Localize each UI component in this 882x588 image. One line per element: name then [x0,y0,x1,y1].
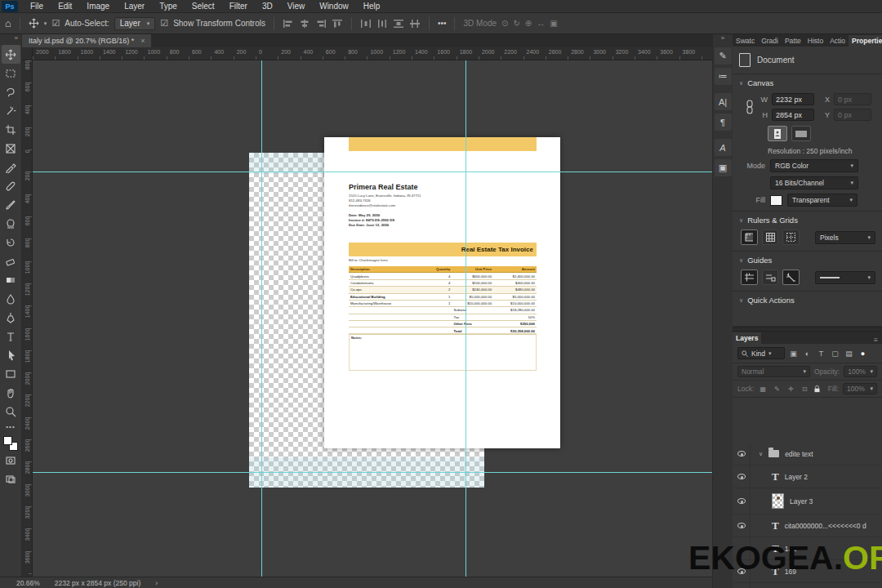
move-tool-preset-icon[interactable] [29,18,39,29]
tab-properties[interactable]: Properties [849,35,882,47]
portrait-orientation-button[interactable] [768,126,787,141]
visibility-toggle[interactable] [733,488,751,514]
ruler-units-select[interactable]: Pixels▾ [815,231,875,244]
filter-shape-layers-icon[interactable]: ▢ [830,350,840,358]
brushes-icon[interactable]: ≔ [715,68,732,85]
fill-swatch[interactable] [770,195,782,206]
type-tool[interactable] [2,327,20,345]
document-tab[interactable]: Italy id.psd @ 20.7% (RGB/16) * × [22,34,151,47]
close-tab-icon[interactable]: × [140,37,145,45]
tab-actions[interactable]: Actio [826,35,849,47]
3d-slide-icon[interactable]: ↔ [537,19,545,28]
pen-tool[interactable] [2,308,20,327]
hand-tool[interactable] [2,383,20,402]
distribute-horizontal-icon[interactable] [360,19,372,29]
expand-panels-icon[interactable]: » [713,34,733,44]
collapse-toolbar-icon[interactable]: » [0,34,21,45]
shape-tool[interactable] [2,364,20,383]
align-right-icon[interactable] [315,19,327,29]
lasso-tool[interactable] [2,82,20,101]
menu-item[interactable]: Window [312,2,356,11]
edit-toolbar-icon[interactable]: ••• [6,423,15,430]
move-tool[interactable] [2,45,20,64]
menu-item[interactable]: View [280,2,313,11]
align-top-icon[interactable] [332,19,343,29]
lock-guides-button[interactable] [762,270,779,285]
height-field[interactable]: 2854 px [772,109,814,121]
color-mode-select[interactable]: RGB Color▾ [770,159,858,172]
lock-all-icon[interactable] [813,385,823,393]
distribute-center-icon[interactable] [376,19,388,29]
filter-toggle-icon[interactable]: ● [858,350,868,358]
auto-select-checkbox[interactable]: ☑ [51,18,60,29]
clear-guides-button[interactable] [782,270,800,285]
zoom-tool[interactable] [2,402,20,421]
marquee-tool[interactable] [2,64,20,82]
filter-adjustment-layers-icon[interactable]: ◐ [802,350,813,358]
menu-item[interactable]: Filter [222,2,255,11]
brush-tool[interactable] [2,195,20,214]
invoice-page[interactable]: Primera Real Estate 1515 Lucy Lane, Evan… [324,137,560,448]
toggle-rulers-button[interactable] [741,229,758,245]
history-brush-tool[interactable] [2,233,20,252]
character-panel-icon[interactable]: A| [715,93,732,110]
zoom-level[interactable]: 20.66% [16,579,40,587]
eraser-tool[interactable] [2,252,20,270]
layer-row[interactable]: TLayer 2 [733,466,882,488]
frame-tool[interactable] [2,139,20,158]
3d-camera-icon[interactable]: ▣ [550,19,557,28]
guide-style-select[interactable]: ▾ [815,271,875,284]
layer-row[interactable]: ∨edite text [733,443,882,466]
foreground-background-colors[interactable] [3,436,18,451]
lock-position-icon[interactable]: ✛ [786,385,795,393]
quick-actions-header[interactable]: ∨Quick Actions [739,296,875,305]
menu-item[interactable]: 3D [255,2,280,11]
chevron-down-icon[interactable]: ▾ [44,20,47,27]
filter-smart-objects-icon[interactable]: ▤ [844,350,854,358]
visibility-toggle[interactable] [733,466,751,488]
foreground-color-swatch[interactable] [3,436,12,445]
landscape-orientation-button[interactable] [791,126,811,141]
layer-row[interactable]: Tcita0000000...<<<<<<<0 d [733,514,882,537]
toggle-guides-button[interactable] [741,270,758,285]
guide-horizontal[interactable] [33,472,712,473]
healing-brush-tool[interactable] [2,176,20,195]
gradient-tool[interactable] [2,270,20,289]
bit-depth-select[interactable]: 16 Bits/Channel▾ [770,176,858,189]
visibility-toggle[interactable] [733,514,751,537]
object-selection-tool[interactable] [2,101,20,120]
quick-mask-icon[interactable] [2,451,20,470]
status-chevron-icon[interactable]: › [155,579,158,587]
paragraph-panel-icon[interactable]: ¶ [715,114,732,131]
clone-stamp-tool[interactable] [2,214,20,233]
fill-select[interactable]: Transparent▾ [787,194,858,207]
tab-swatches[interactable]: Swatc [733,35,758,47]
show-transform-checkbox[interactable]: ☑ [160,18,168,29]
filter-type-layers-icon[interactable]: T [816,350,826,358]
screen-mode-icon[interactable] [2,470,20,488]
lock-pixels-icon[interactable]: ✎ [772,385,782,393]
canvas-section-header[interactable]: ∨ Canvas [739,78,875,87]
link-dimensions-icon[interactable] [746,100,754,114]
blur-tool[interactable] [2,289,20,308]
3d-pan-icon[interactable]: ⊕ [525,19,532,28]
tab-layers[interactable]: Layers [733,332,761,344]
menu-item[interactable]: Select [185,2,222,11]
3d-panel-icon[interactable]: ▣ [715,159,732,176]
eyedropper-tool[interactable] [2,158,20,176]
toggle-grid-button[interactable] [762,229,779,245]
group-chevron-icon[interactable]: ∨ [759,451,763,457]
panel-menu-icon[interactable]: ≡ [870,336,882,344]
lock-artboard-icon[interactable]: ⊡ [800,385,809,393]
visibility-toggle[interactable] [733,443,751,465]
filter-pixel-layers-icon[interactable]: ▣ [788,350,799,358]
distribute-middle-icon[interactable] [409,19,421,29]
crop-tool[interactable] [2,120,20,139]
glyphs-panel-icon[interactable]: A [715,139,732,156]
layer-row[interactable]: Tm [733,583,882,588]
filter-kind-select[interactable]: Kind ▾ [737,347,785,359]
width-field[interactable]: 2232 px [772,93,814,105]
home-icon[interactable]: ⌂ [5,17,11,29]
rulers-grids-header[interactable]: ∨Rulers & Grids [739,216,875,225]
menu-item[interactable]: Image [79,2,117,11]
